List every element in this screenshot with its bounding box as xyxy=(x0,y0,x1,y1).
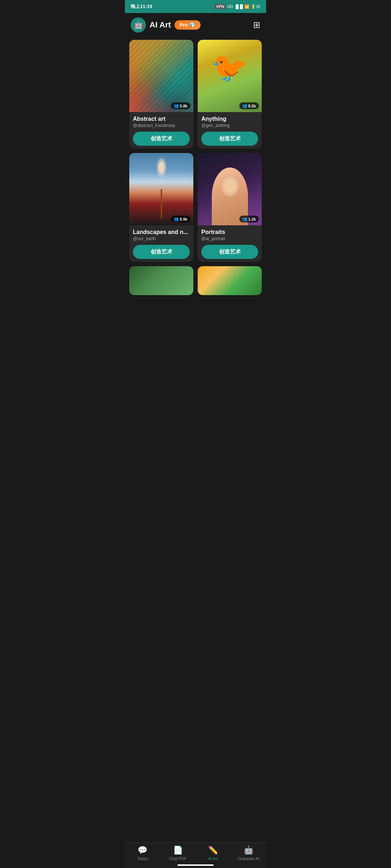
app-title: AI Art xyxy=(150,20,171,30)
card-info-landscape: Landscapes and n... @our_earth 创造艺术 xyxy=(129,225,193,262)
card-partial-2[interactable] xyxy=(198,266,262,295)
cards-grid: 👥 5.8k Abstract art @abstract_Kandinsky … xyxy=(125,37,266,298)
status-icons: VPN HD ▐▌█ 📶 🔋28 xyxy=(215,4,260,9)
followers-count-abstract: 5.8k xyxy=(180,104,188,108)
followers-badge-portrait: 👥 1.2k xyxy=(239,216,259,222)
followers-badge-anything: 👥 8.5k xyxy=(239,102,259,109)
card-image-landscape: 👥 6.9k xyxy=(129,153,193,225)
followers-count-anything: 8.5k xyxy=(248,104,256,108)
vpn-badge: VPN xyxy=(215,4,226,9)
card-portraits[interactable]: 👥 1.2k Portraits @ai_portrait 创造艺术 xyxy=(198,153,262,262)
card-title-landscape: Landscapes and n... xyxy=(133,229,190,235)
grid-menu-button[interactable]: ⊞ xyxy=(253,20,260,30)
partial-card-image-1 xyxy=(129,266,193,295)
portrait-art-image xyxy=(198,153,262,225)
create-button-abstract[interactable]: 创造艺术 xyxy=(133,132,190,146)
card-username-anything: @gen_anthing xyxy=(201,123,258,128)
app-header: 🤖 AI Art Pro 💎 ⊞ xyxy=(125,13,266,37)
followers-icon-anything: 👥 xyxy=(242,103,247,108)
battery-icon: 🔋28 xyxy=(251,4,260,9)
card-image-abstract: 👥 5.8k xyxy=(129,40,193,112)
status-bar: 晚上11:19 VPN HD ▐▌█ 📶 🔋28 xyxy=(125,0,266,13)
card-partial-1[interactable] xyxy=(129,266,193,295)
card-landscapes[interactable]: 👥 6.9k Landscapes and n... @our_earth 创造… xyxy=(129,153,193,262)
card-info-abstract: Abstract art @abstract_Kandinsky 创造艺术 xyxy=(129,112,193,149)
abstract-art-image xyxy=(129,40,193,112)
card-abstract-art[interactable]: 👥 5.8k Abstract art @abstract_Kandinsky … xyxy=(129,40,193,149)
followers-count-landscape: 6.9k xyxy=(180,217,188,221)
followers-icon-portrait: 👥 xyxy=(242,217,247,221)
partial-card-image-2 xyxy=(198,266,262,295)
wifi-icon: 📶 xyxy=(244,4,249,9)
card-title-anything: Anything xyxy=(201,116,258,122)
followers-count-portrait: 1.2k xyxy=(248,217,256,221)
followers-badge-landscape: 👥 6.9k xyxy=(171,216,190,222)
hd-badge: HD xyxy=(227,4,233,9)
header-left: 🤖 AI Art Pro 💎 xyxy=(131,17,201,33)
card-title-portrait: Portraits xyxy=(201,229,258,235)
create-button-landscape[interactable]: 创造艺术 xyxy=(133,245,190,259)
card-username-portrait: @ai_portrait xyxy=(201,236,258,241)
card-info-portrait: Portraits @ai_portrait 创造艺术 xyxy=(198,225,262,262)
card-image-portrait: 👥 1.2k xyxy=(198,153,262,225)
card-image-anything: 👥 8.5k xyxy=(198,40,262,112)
followers-badge-abstract: 👥 5.8k xyxy=(171,102,190,109)
signal-icon: ▐▌█ xyxy=(234,4,243,9)
create-button-portrait[interactable]: 创造艺术 xyxy=(201,245,258,259)
landscape-art-image xyxy=(129,153,193,225)
card-username-landscape: @our_earth xyxy=(133,236,190,241)
followers-icon-landscape: 👥 xyxy=(174,217,179,221)
card-anything[interactable]: 👥 8.5k Anything @gen_anthing 创造艺术 xyxy=(198,40,262,149)
card-title-abstract: Abstract art xyxy=(133,116,190,122)
card-info-anything: Anything @gen_anthing 创造艺术 xyxy=(198,112,262,149)
status-time: 晚上11:19 xyxy=(131,3,152,10)
pro-badge[interactable]: Pro 💎 xyxy=(175,20,201,30)
anything-art-image xyxy=(198,40,262,112)
followers-icon-abstract: 👥 xyxy=(174,103,179,108)
app-logo: 🤖 xyxy=(131,17,146,33)
create-button-anything[interactable]: 创造艺术 xyxy=(201,132,258,146)
card-username-abstract: @abstract_Kandinsky xyxy=(133,123,190,128)
